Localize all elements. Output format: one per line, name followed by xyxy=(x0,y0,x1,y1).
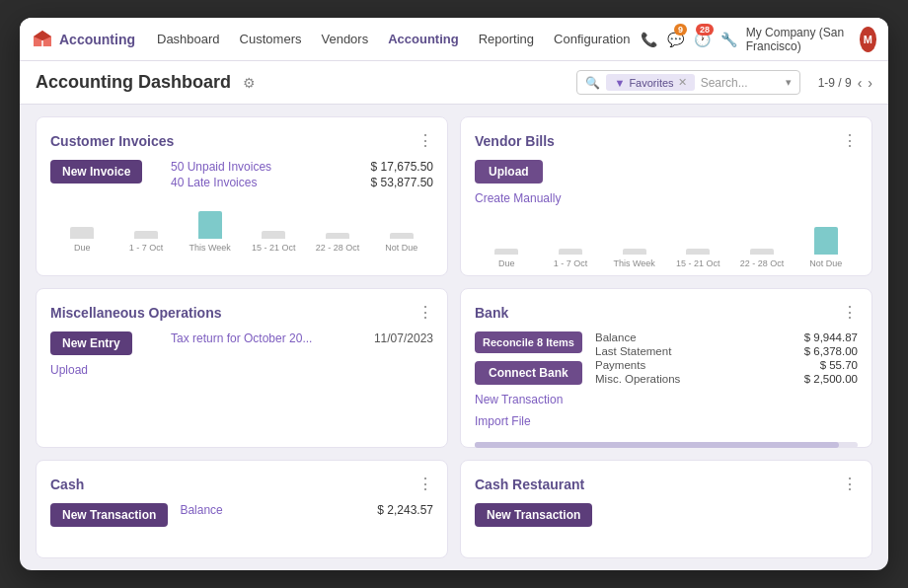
nav-customers[interactable]: Customers xyxy=(230,28,312,50)
top-navigation: Accounting Dashboard Customers Vendors A… xyxy=(20,18,888,61)
vendor-bills-card: Vendor Bills ⋮ Upload Create Manually Du… xyxy=(460,116,872,276)
bank-header: Bank ⋮ xyxy=(475,303,858,322)
new-transaction-link[interactable]: New Transaction xyxy=(475,393,583,406)
misc-upload-link[interactable]: Upload xyxy=(50,363,159,377)
new-entry-button[interactable]: New Entry xyxy=(50,331,132,355)
chart-col-22-28: 22 - 28 Oct xyxy=(306,203,370,253)
vb-chart-bar-due xyxy=(494,249,518,255)
vendor-bills-body: Upload Create Manually xyxy=(475,160,858,205)
reconcile-button[interactable]: Reconcile 8 Items xyxy=(475,331,582,353)
wrench-icon: 🔧 xyxy=(720,32,737,47)
phone-icon-btn[interactable]: 📞 xyxy=(640,26,658,53)
chart-bar-due xyxy=(70,227,94,239)
bank-body: Reconcile 8 Items Connect Bank New Trans… xyxy=(475,331,858,428)
nav-menu: Dashboard Customers Vendors Accounting R… xyxy=(147,28,640,50)
connect-bank-button[interactable]: Connect Bank xyxy=(475,361,582,385)
cash-restaurant-left: New Transaction xyxy=(475,503,592,527)
vb-chart-bar-this-week xyxy=(623,249,646,255)
chart-bar-not-due xyxy=(390,233,414,239)
filter-close-icon[interactable]: ✕ xyxy=(678,76,687,89)
vb-chart-col-1-7: 1 - 7 Oct xyxy=(539,219,603,268)
nav-accounting[interactable]: Accounting xyxy=(378,28,469,50)
customer-invoices-body: New Invoice 50 Unpaid Invoices $ 17,675.… xyxy=(50,160,433,189)
cash-menu-icon[interactable]: ⋮ xyxy=(417,475,433,493)
nav-configuration[interactable]: Configuration xyxy=(544,28,640,50)
chat-icon-btn[interactable]: 💬 9 xyxy=(666,26,685,53)
activity-icon-btn[interactable]: 🕐 28 xyxy=(693,26,712,53)
activity-badge: 28 xyxy=(696,24,714,36)
filter-icon: ▼ xyxy=(614,77,625,89)
last-statement-value: $ 6,378.00 xyxy=(804,345,858,357)
pagination-next-btn[interactable]: › xyxy=(868,75,872,91)
unpaid-invoices-label[interactable]: 50 Unpaid Invoices xyxy=(171,160,271,174)
chart-col-due: Due xyxy=(50,203,114,253)
search-input[interactable]: Search... xyxy=(701,76,780,90)
bank-scroll-track[interactable] xyxy=(475,442,858,448)
upload-button[interactable]: Upload xyxy=(475,160,543,184)
vb-chart-col-due: Due xyxy=(475,219,539,268)
unpaid-invoices-value: $ 17,675.50 xyxy=(371,160,433,174)
create-manually-link[interactable]: Create Manually xyxy=(475,191,583,205)
nav-reporting[interactable]: Reporting xyxy=(469,28,544,50)
customer-invoices-title: Customer Invoices xyxy=(50,133,174,149)
nav-dashboard[interactable]: Dashboard xyxy=(147,28,230,50)
vb-chart-col-22-28: 22 - 28 Oct xyxy=(730,219,794,268)
unpaid-invoices-row: 50 Unpaid Invoices $ 17,675.50 xyxy=(171,160,433,174)
search-icon: 🔍 xyxy=(585,76,600,90)
cash-restaurant-new-transaction-button[interactable]: New Transaction xyxy=(475,503,592,527)
payments-row: Payments $ 55.70 xyxy=(595,359,858,371)
chart-label-not-due: Not Due xyxy=(385,243,417,253)
bank-menu-icon[interactable]: ⋮ xyxy=(842,303,858,322)
nav-vendors[interactable]: Vendors xyxy=(311,28,378,50)
new-invoice-button[interactable]: New Invoice xyxy=(50,160,142,184)
chart-label-this-week: This Week xyxy=(189,243,231,253)
settings-icon-btn[interactable]: 🔧 xyxy=(719,26,738,53)
misc-ops-title: Miscellaneous Operations xyxy=(50,305,222,321)
cash-balance-label: Balance xyxy=(180,503,222,517)
late-invoices-label[interactable]: 40 Late Invoices xyxy=(171,176,257,189)
page-title: Accounting Dashboard xyxy=(36,72,231,93)
cash-balance-value: $ 2,243.57 xyxy=(377,503,433,517)
settings-gear-icon[interactable]: ⚙ xyxy=(243,75,256,91)
cash-new-transaction-button[interactable]: New Transaction xyxy=(50,503,168,527)
vb-chart-col-not-due: Not Due xyxy=(794,219,858,268)
search-input-container[interactable]: 🔍 ▼ Favorites ✕ Search... ▾ xyxy=(576,70,799,95)
topnav-right-area: 📞 💬 9 🕐 28 🔧 My Company (San Francisco) … xyxy=(640,26,876,53)
misc-ops-menu-icon[interactable]: ⋮ xyxy=(417,303,433,322)
vb-chart-label-1-7: 1 - 7 Oct xyxy=(554,258,588,268)
filter-tag: ▼ Favorites ✕ xyxy=(606,74,694,91)
search-dropdown-icon[interactable]: ▾ xyxy=(786,76,792,89)
cash-title: Cash xyxy=(50,477,84,492)
vb-chart-label-not-due: Not Due xyxy=(809,258,842,268)
company-label[interactable]: My Company (San Francisco) xyxy=(746,26,852,53)
cash-restaurant-body: New Transaction xyxy=(475,503,858,527)
customer-invoices-right: 50 Unpaid Invoices $ 17,675.50 40 Late I… xyxy=(171,160,433,189)
cash-restaurant-menu-icon[interactable]: ⋮ xyxy=(842,475,858,493)
pagination-prev-btn[interactable]: ‹ xyxy=(858,75,863,91)
import-file-link[interactable]: Import File xyxy=(475,414,583,428)
bank-left: Reconcile 8 Items Connect Bank New Trans… xyxy=(475,331,583,428)
customer-invoices-menu-icon[interactable]: ⋮ xyxy=(417,131,433,150)
cash-restaurant-title: Cash Restaurant xyxy=(475,477,584,492)
vb-chart-bar-not-due xyxy=(814,227,838,255)
last-statement-row: Last Statement $ 6,378.00 xyxy=(595,345,858,357)
app-logo-icon xyxy=(32,29,53,50)
cash-balance-row: Balance $ 2,243.57 xyxy=(180,503,433,517)
misc-entry-label[interactable]: Tax return for October 20... xyxy=(171,331,364,345)
misc-entry-row: Tax return for October 20... 11/07/2023 xyxy=(171,331,433,345)
vb-chart-label-15-21: 15 - 21 Oct xyxy=(676,258,720,268)
bank-scroll-thumb[interactable] xyxy=(475,442,839,448)
bank-balance-row: Balance $ 9,944.87 xyxy=(595,331,858,343)
vb-chart-label-due: Due xyxy=(498,258,515,268)
vendor-bills-chart: Due 1 - 7 Oct This Week 15 - 21 Oct 22 -… xyxy=(475,219,858,268)
late-invoices-value: $ 53,877.50 xyxy=(371,176,433,189)
bank-balance-table: Balance $ 9,944.87 Last Statement $ 6,37… xyxy=(595,331,858,385)
vendor-bills-title: Vendor Bills xyxy=(475,133,555,149)
vendor-bills-menu-icon[interactable]: ⋮ xyxy=(842,131,858,150)
user-avatar[interactable]: M xyxy=(860,27,876,52)
vb-chart-bar-22-28 xyxy=(750,249,774,255)
search-bar: 🔍 ▼ Favorites ✕ Search... ▾ 1-9 / 9 ‹ › xyxy=(576,70,872,95)
vb-chart-col-this-week: This Week xyxy=(602,219,666,268)
chart-bar-1-7 xyxy=(134,231,158,239)
bank-balance-label: Balance xyxy=(595,331,637,343)
